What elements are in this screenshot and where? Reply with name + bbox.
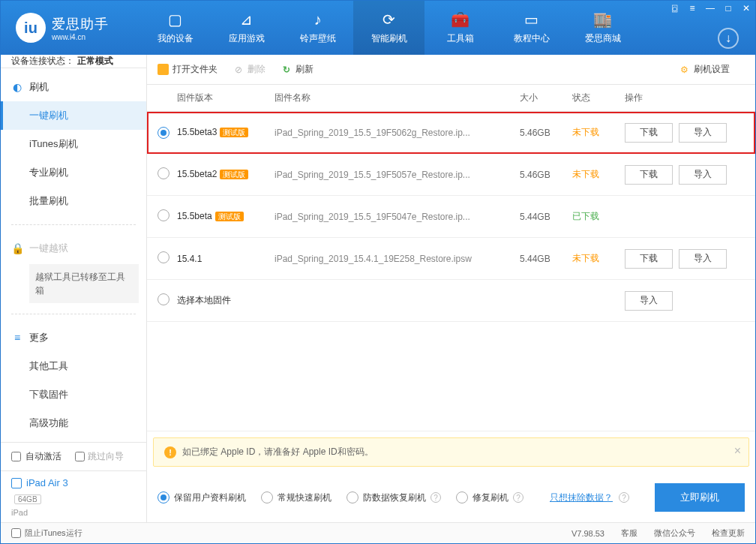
auto-activate-checkbox[interactable] (11, 452, 21, 461)
open-folder-button[interactable]: 打开文件夹 (158, 63, 218, 76)
sidebar-item-other-tools[interactable]: 其他工具 (1, 352, 146, 380)
nav-toolbox[interactable]: 🧰工具箱 (424, 1, 496, 55)
device-type: iPad (11, 508, 136, 517)
sidebar-item-pro-flash[interactable]: 专业刷机 (1, 158, 146, 187)
radio-icon (456, 491, 468, 503)
delete-button[interactable]: ⊘ 删除 (232, 63, 266, 76)
nav-ringtones[interactable]: ♪铃声壁纸 (282, 1, 353, 55)
lock-icon: 🔒 (11, 242, 23, 254)
app-title: 爱思助手 (52, 15, 109, 33)
toolbox-icon: 🧰 (451, 11, 470, 29)
import-button[interactable]: 导入 (625, 291, 673, 311)
firmware-size: 5.44GB (520, 212, 550, 222)
app-version: V7.98.53 (572, 529, 604, 538)
row-radio[interactable] (158, 127, 170, 139)
row-radio[interactable] (158, 251, 170, 263)
import-button[interactable]: 导入 (679, 165, 727, 185)
table-row[interactable]: 15.5beta3测试版 iPad_Spring_2019_15.5_19F50… (147, 112, 755, 154)
menu-button[interactable]: ≡ (683, 1, 701, 16)
nav-flash[interactable]: ⟳智能刷机 (353, 1, 424, 55)
download-button[interactable]: 下载 (625, 165, 673, 185)
alert-bar: ! 如已绑定 Apple ID，请准备好 Apple ID和密码。 × (153, 437, 749, 467)
table-header: 固件版本 固件名称 大小 状态 操作 (147, 85, 755, 112)
apps-icon: ⊿ (240, 11, 253, 29)
opt-anti-recovery-flash[interactable]: 防数据恢复刷机 ? (346, 491, 441, 504)
action-bar: 保留用户资料刷机 常规快速刷机 防数据恢复刷机 ? 修复刷机 ? 只想抹除数据？ (147, 473, 755, 522)
sidebar-header-flash[interactable]: ◐ 刷机 (1, 73, 146, 101)
minimize-button[interactable]: — (701, 1, 719, 16)
ipad-icon (11, 478, 22, 488)
auto-activate-label: 自动激活 (26, 450, 62, 463)
firmware-status: 已下载 (572, 211, 599, 221)
firmware-version: 选择本地固件 (177, 295, 231, 305)
download-progress-icon[interactable]: ↓ (718, 28, 739, 49)
alert-close-button[interactable]: × (734, 444, 741, 458)
download-button[interactable]: 下载 (625, 123, 673, 143)
block-itunes-checkbox[interactable] (11, 528, 21, 538)
status-wechat[interactable]: 微信公众号 (654, 527, 695, 539)
erase-data-link[interactable]: 只想抹除数据？ (550, 491, 613, 504)
sidebar-item-download-firmware[interactable]: 下载固件 (1, 380, 146, 409)
maximize-button[interactable]: □ (719, 1, 737, 16)
firmware-status: 未下载 (572, 253, 599, 263)
skin-button[interactable]: ⌼ (665, 1, 683, 16)
refresh-button[interactable]: ↻ 刷新 (280, 63, 314, 76)
firmware-version: 15.4.1 (177, 254, 202, 264)
flash-section-icon: ◐ (11, 81, 23, 93)
app-subtitle: www.i4.cn (52, 33, 109, 41)
titlebar: iu 爱思助手 www.i4.cn ▢我的设备 ⊿应用游戏 ♪铃声壁纸 ⟳智能刷… (1, 1, 755, 55)
status-support[interactable]: 客服 (621, 527, 638, 539)
download-button[interactable]: 下载 (625, 249, 673, 269)
opt-preserve-data[interactable]: 保留用户资料刷机 (158, 491, 246, 504)
status-check-update[interactable]: 检查更新 (712, 527, 745, 539)
firmware-name: iPad_Spring_2019_15.5_19F5057e_Restore.i… (274, 170, 470, 180)
import-button[interactable]: 导入 (679, 123, 727, 143)
delete-icon: ⊘ (232, 64, 244, 75)
table-row[interactable]: 15.5beta2测试版 iPad_Spring_2019_15.5_19F50… (147, 154, 755, 196)
import-button[interactable]: 导入 (679, 249, 727, 269)
row-radio[interactable] (158, 209, 170, 221)
table-row[interactable]: 15.4.1 iPad_Spring_2019_15.4.1_19E258_Re… (147, 238, 755, 280)
sidebar-item-advanced[interactable]: 高级功能 (1, 409, 146, 437)
nav-store[interactable]: 🏬爱思商城 (567, 1, 638, 55)
row-radio[interactable] (158, 167, 170, 179)
opt-normal-flash[interactable]: 常规快速刷机 (261, 491, 332, 504)
logo-icon: iu (16, 13, 46, 43)
sidebar-item-oneclick-flash[interactable]: 一键刷机 (1, 101, 146, 130)
store-icon: 🏬 (593, 11, 612, 29)
table-row[interactable]: 15.5beta测试版 iPad_Spring_2019_15.5_19F504… (147, 196, 755, 238)
nav-apps-games[interactable]: ⊿应用游戏 (211, 1, 282, 55)
radio-icon (158, 491, 170, 503)
help-icon[interactable]: ? (430, 492, 441, 503)
sidebar-item-batch-flash[interactable]: 批量刷机 (1, 187, 146, 215)
skip-guide-checkbox[interactable] (75, 452, 85, 461)
flash-now-button[interactable]: 立即刷机 (655, 483, 745, 512)
block-itunes-label: 阻止iTunes运行 (25, 527, 82, 539)
close-button[interactable]: ✕ (737, 1, 755, 16)
firmware-size: 5.44GB (520, 254, 550, 264)
more-icon: ≡ (11, 332, 23, 344)
help-icon[interactable]: ? (619, 492, 629, 503)
help-icon[interactable]: ? (513, 492, 524, 503)
nav-tabs: ▢我的设备 ⊿应用游戏 ♪铃声壁纸 ⟳智能刷机 🧰工具箱 ▭教程中心 🏬爱思商城 (140, 1, 755, 55)
firmware-name: iPad_Spring_2019_15.5_19F5062g_Restore.i… (274, 128, 470, 138)
firmware-version: 15.5beta3 (177, 127, 217, 137)
firmware-status: 未下载 (572, 169, 599, 179)
opt-repair-flash[interactable]: 修复刷机 ? (456, 491, 524, 504)
book-icon: ▭ (524, 11, 538, 29)
sidebar-header-more[interactable]: ≡ 更多 (1, 323, 146, 352)
divider (11, 314, 136, 314)
window-controls: ⌼ ≡ — □ ✕ (665, 1, 755, 16)
column-status: 状态 (572, 92, 625, 104)
row-radio[interactable] (158, 293, 170, 305)
alert-text: 如已绑定 Apple ID，请准备好 Apple ID和密码。 (182, 446, 374, 458)
sidebar-item-itunes-flash[interactable]: iTunes刷机 (1, 130, 146, 158)
nav-tutorials[interactable]: ▭教程中心 (496, 1, 567, 55)
nav-my-device[interactable]: ▢我的设备 (140, 1, 211, 55)
firmware-status: 未下载 (572, 127, 599, 137)
device-name: iPad Air 3 (26, 477, 68, 488)
table-row[interactable]: 选择本地固件 导入 (147, 280, 755, 322)
device-status: 设备连接状态： 正常模式 (1, 55, 146, 68)
device-info[interactable]: iPad Air 3 64GB iPad (1, 470, 146, 523)
flash-settings-button[interactable]: ⚙ 刷机设置 (679, 63, 730, 76)
